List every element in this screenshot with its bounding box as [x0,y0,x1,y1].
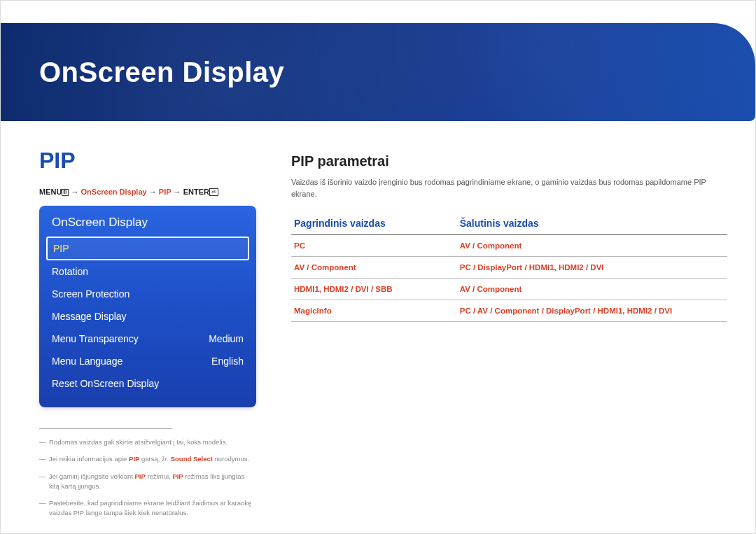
table-row: HDMI1, HDMI2 / DVI / SBB AV / Component [291,279,727,300]
page: OnScreen Display PIP MENUⅢ → OnScreen Di… [0,0,756,534]
footnote-1: Rodomas vaizdas gali skirtis atsižvelgia… [39,437,256,447]
breadcrumb-arrow: → [149,188,157,196]
table-row: MagicInfo PC / AV / Component / DisplayP… [291,300,727,322]
osd-item-label: Message Display [52,311,127,322]
right-column: PIP parametrai Vaizdas iš išorinio vaizd… [291,148,727,519]
sub-source: AV / Component [457,279,727,300]
osd-panel-title: OnScreen Display [39,216,256,237]
breadcrumb-enter: ENTER [183,188,209,196]
footnote-2: Jei reikia informacijos apie PIP garsą, … [39,454,256,464]
osd-item-label: Rotation [52,266,88,277]
breadcrumb-path1: OnScreen Display [81,188,147,196]
content-area: PIP MENUⅢ → OnScreen Display → PIP → ENT… [39,148,727,519]
sub-source: AV / Component [457,235,727,257]
table-row: PC AV / Component [291,235,727,257]
footnotes: Rodomas vaizdas gali skirtis atsižvelgia… [39,437,256,519]
left-column: PIP MENUⅢ → OnScreen Display → PIP → ENT… [39,148,256,519]
breadcrumb-arrow: → [174,188,181,196]
osd-item-rotation[interactable]: Rotation [39,260,256,283]
sub-source: PC / AV / Component / DisplayPort / HDMI… [457,300,727,322]
menu-breadcrumb: MENUⅢ → OnScreen Display → PIP → ENTER⏎ [39,188,256,196]
osd-item-menu-language[interactable]: Menu Language English [39,350,256,372]
section-heading-pip: PIP [39,148,256,174]
main-source: HDMI1, HDMI2 / DVI / SBB [291,279,457,300]
main-source: PC [291,235,457,257]
table-header-sub: Šalutinis vaizdas [457,212,727,235]
osd-item-label: Screen Protection [52,288,130,300]
osd-item-label: Menu Transparency [52,333,139,344]
pip-params-title: PIP parametrai [291,153,727,169]
breadcrumb-arrow: → [71,188,78,196]
chapter-title: OnScreen Display [39,57,284,88]
osd-item-screen-protection[interactable]: Screen Protection [39,283,256,305]
osd-menu-panel: OnScreen Display PIP Rotation Screen Pro… [39,206,256,407]
footnote-3: Jei gaminį išjungsite veikiant PIP režim… [39,472,256,492]
main-source: AV / Component [291,257,457,279]
osd-item-menu-transparency[interactable]: Menu Transparency Medium [39,328,256,350]
sub-source: PC / DisplayPort / HDMI1, HDMI2 / DVI [457,257,727,279]
enter-icon: ⏎ [209,188,218,196]
osd-item-value: Medium [209,333,244,344]
osd-item-label: PIP [53,243,69,254]
osd-item-pip[interactable]: PIP [46,237,249,260]
main-source: MagicInfo [291,300,457,322]
osd-item-label: Reset OnScreen Display [52,378,159,389]
osd-item-value: English [211,356,244,367]
footnote-4: Pastebėsite, kad pagrindiniame ekrane le… [39,498,256,519]
osd-item-label: Menu Language [52,356,122,367]
osd-item-message-display[interactable]: Message Display [39,305,256,328]
pip-params-table: Pagrindinis vaizdas Šalutinis vaizdas PC… [291,212,727,322]
footnote-divider [39,428,172,429]
breadcrumb-menu: MENU [39,188,62,196]
menu-icon: Ⅲ [62,189,69,196]
osd-item-reset[interactable]: Reset OnScreen Display [39,372,256,395]
chapter-header: OnScreen Display [1,23,755,121]
breadcrumb-path2: PIP [159,188,172,196]
pip-params-desc: Vaizdas iš išorinio vaizdo įrenginio bus… [291,176,727,199]
table-header-main: Pagrindinis vaizdas [291,212,457,235]
table-row: AV / Component PC / DisplayPort / HDMI1,… [291,257,727,279]
